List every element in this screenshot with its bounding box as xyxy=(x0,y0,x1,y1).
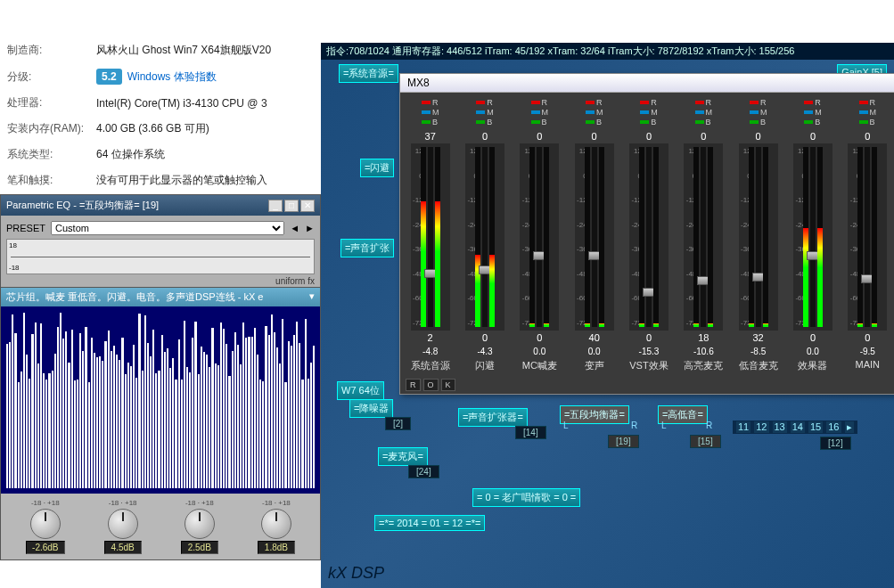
led-m-icon[interactable] xyxy=(422,110,431,114)
led-r-icon[interactable] xyxy=(859,101,868,104)
channel-indicators: RMB xyxy=(422,98,439,127)
eq-knob-2[interactable]: -18 · +184.5dB xyxy=(104,499,142,554)
eq-knob-1[interactable]: -18 · +18-2.6dB xyxy=(26,499,64,554)
led-m-icon[interactable] xyxy=(695,110,704,114)
led-b-icon[interactable] xyxy=(586,120,595,124)
meter xyxy=(653,147,659,327)
minimize-icon[interactable]: _ xyxy=(268,200,283,212)
mx8-mixer-window[interactable]: MX8 RMB37120-12-24-36-48-60-722-4.8系统音源R… xyxy=(399,73,894,395)
led-m-icon[interactable] xyxy=(750,110,759,114)
node-system-source[interactable]: =系统音源= xyxy=(339,64,398,83)
meter xyxy=(475,147,480,327)
node-noise[interactable]: =降噪器 xyxy=(349,399,393,418)
parametric-eq-window[interactable]: Parametric EQ - =五段均衡器= [19] _ □ ✕ PRESE… xyxy=(0,194,321,292)
led-b-icon[interactable] xyxy=(750,120,759,124)
slider-track[interactable] xyxy=(482,147,488,327)
fader[interactable]: 120-12-24-36-48-60-72 xyxy=(520,143,559,331)
sub-14[interactable]: [14] xyxy=(515,426,546,439)
slider-track[interactable] xyxy=(756,147,761,327)
knob-dial[interactable] xyxy=(30,509,61,539)
value: Intel(R) Core(TM) i3-4130 CPU @ 3 xyxy=(96,97,267,110)
foot-k[interactable]: K xyxy=(441,379,455,391)
led-m-icon[interactable] xyxy=(531,110,540,114)
fader[interactable]: 120-12-24-36-48-60-72 xyxy=(465,143,504,331)
led-r-icon[interactable] xyxy=(531,101,540,104)
sub-24[interactable]: [24] xyxy=(408,465,439,478)
mx8-titlebar[interactable]: MX8 xyxy=(400,74,894,93)
prev-icon[interactable]: ◄ xyxy=(290,223,299,233)
close-icon[interactable]: ✕ xyxy=(300,200,315,212)
sub-15[interactable]: [15] xyxy=(690,435,721,448)
slider-track[interactable] xyxy=(810,147,816,327)
maximize-icon[interactable]: □ xyxy=(284,200,299,212)
node-flash[interactable]: =闪避 xyxy=(360,159,394,177)
dropdown-icon[interactable]: ▾ xyxy=(309,290,315,304)
slider-track[interactable] xyxy=(865,147,870,327)
eq-titlebar[interactable]: Parametric EQ - =五段均衡器= [19] _ □ ✕ xyxy=(1,195,320,216)
slider-track[interactable] xyxy=(646,147,652,327)
chevron-right-icon[interactable]: ▸ xyxy=(845,421,854,433)
node-mic[interactable]: =麦克风= xyxy=(378,447,428,466)
value: 64 位操作系统 xyxy=(96,147,165,162)
led-r-icon[interactable] xyxy=(586,101,595,104)
sub-12[interactable]: [12] xyxy=(820,437,851,450)
led-m-icon[interactable] xyxy=(586,110,595,114)
node-date[interactable]: =*= 2014 = 01 = 12 =*= xyxy=(374,515,485,531)
led-b-icon[interactable] xyxy=(422,120,431,124)
led-m-icon[interactable] xyxy=(859,110,868,114)
knob-dial[interactable] xyxy=(261,509,291,539)
eq-graph[interactable]: 18 -18 xyxy=(6,239,315,274)
knob-dial[interactable] xyxy=(108,509,138,539)
node-voice-ext1[interactable]: =声音扩张 xyxy=(340,239,394,257)
led-m-icon[interactable] xyxy=(804,110,813,114)
node-w7[interactable]: W7 64位 xyxy=(337,381,384,400)
foot-o[interactable]: O xyxy=(423,379,439,391)
slider-track[interactable] xyxy=(592,147,597,327)
led-r-icon[interactable] xyxy=(695,101,704,104)
fader[interactable]: 120-12-24-36-48-60-72 xyxy=(575,143,614,331)
led-r-icon[interactable] xyxy=(422,101,431,104)
next-icon[interactable]: ► xyxy=(305,223,315,233)
fader[interactable]: 120-12-24-36-48-60-72 xyxy=(411,143,450,331)
led-b-icon[interactable] xyxy=(476,120,485,124)
spectrum-titlebar[interactable]: 芯片组。喊麦 重低音。闪避。电音。多声道DSP连线 - kX e ▾ xyxy=(1,288,320,306)
numbox[interactable]: 111213141516▸ xyxy=(733,421,857,434)
dsp-status-bar: 指令:708/1024 通用寄存器: 446/512 iTram: 45/192… xyxy=(321,43,894,60)
slider-track[interactable] xyxy=(537,147,542,327)
fader[interactable]: 120-12-24-36-48-60-72 xyxy=(684,143,723,331)
extra-value: 2 xyxy=(428,332,433,343)
led-m-icon[interactable] xyxy=(640,110,649,114)
led-r-icon[interactable] xyxy=(804,101,813,104)
wei-badge[interactable]: 5.2 Windows 体验指数 xyxy=(96,69,217,85)
slider-track[interactable] xyxy=(428,147,433,327)
eq-knob-4[interactable]: -18 · +181.8dB xyxy=(258,499,295,554)
label: 制造商: xyxy=(7,43,96,58)
wei-link[interactable]: Windows 体验指数 xyxy=(127,69,217,85)
fader[interactable]: 120-12-24-36-48-60-72 xyxy=(793,143,832,331)
knob-dial[interactable] xyxy=(185,509,215,539)
eq-knob-3[interactable]: -18 · +182.5dB xyxy=(181,499,218,554)
led-b-icon[interactable] xyxy=(859,120,868,124)
led-m-icon[interactable] xyxy=(476,110,485,114)
node-song[interactable]: = 0 = 老广唱情歌 = 0 = xyxy=(472,488,580,507)
sub-2[interactable]: [2] xyxy=(385,417,411,430)
sub-19[interactable]: [19] xyxy=(608,435,639,448)
fader[interactable]: 120-12-24-36-48-60-72 xyxy=(629,143,668,331)
foot-r[interactable]: R xyxy=(406,379,421,391)
led-b-icon[interactable] xyxy=(531,120,540,124)
spectrum-window[interactable]: 芯片组。喊麦 重低音。闪避。电音。多声道DSP连线 - kX e ▾ -18 ·… xyxy=(0,287,321,560)
led-b-icon[interactable] xyxy=(640,120,649,124)
fader[interactable]: 120-12-24-36-48-60-72 xyxy=(739,143,778,331)
node-five-eq[interactable]: =五段均衡器= xyxy=(560,405,629,424)
fader[interactable]: 120-12-24-36-48-60-72 xyxy=(848,143,887,331)
preset-select[interactable]: Custom xyxy=(51,221,284,235)
db-readout: 0.0 xyxy=(533,347,545,356)
led-r-icon[interactable] xyxy=(640,101,649,104)
meter xyxy=(872,147,877,327)
led-b-icon[interactable] xyxy=(695,120,704,124)
led-r-icon[interactable] xyxy=(476,101,485,104)
node-voice-ext2[interactable]: =声音扩张器= xyxy=(458,408,528,427)
slider-track[interactable] xyxy=(701,147,706,327)
led-b-icon[interactable] xyxy=(804,120,813,124)
led-r-icon[interactable] xyxy=(750,101,759,104)
